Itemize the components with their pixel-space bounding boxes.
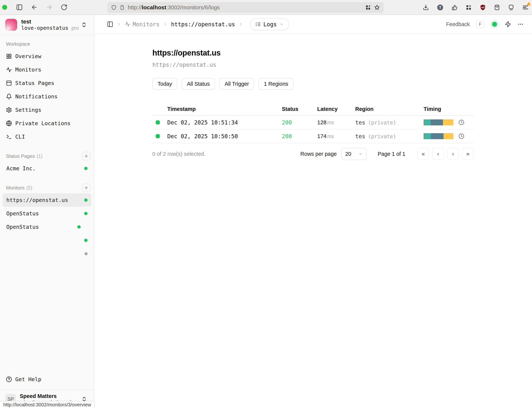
- grid-icon: [6, 53, 12, 59]
- cell-status: 200: [282, 119, 317, 126]
- chevron-right-icon: [117, 22, 121, 27]
- cell-timing: [424, 119, 474, 126]
- browser-sidebar-toggle-icon[interactable]: [16, 4, 23, 11]
- cell-latency: 128ms: [317, 119, 355, 126]
- bell-icon: [6, 94, 12, 100]
- row-status-indicator: [156, 120, 160, 124]
- workspace-section-label: Workspace: [6, 40, 91, 48]
- reload-icon[interactable]: [61, 4, 68, 11]
- cell-timestamp: Dec 02, 2025 10:50:50: [167, 133, 282, 140]
- chevron-down-icon: [358, 152, 363, 156]
- timing-bar: [424, 119, 453, 125]
- first-page-button[interactable]: «: [417, 148, 429, 160]
- status-dot: [84, 239, 88, 242]
- logs-icon: [255, 21, 261, 27]
- monitor-item-openstat-us[interactable]: https://openstat.us: [3, 193, 91, 207]
- workspace-name: test: [21, 18, 81, 25]
- menu-icon[interactable]: [522, 4, 529, 11]
- workspace-slug: love-openstatus pro: [21, 25, 81, 31]
- col-status: Status: [282, 106, 317, 112]
- filter-date[interactable]: Today: [152, 78, 177, 90]
- chevron-right-icon: [238, 22, 243, 27]
- status-page-item-acme[interactable]: Acme Inc.: [3, 162, 91, 175]
- shield-icon[interactable]: [111, 5, 117, 10]
- split-view-icon[interactable]: [365, 4, 371, 10]
- col-latency: Latency: [317, 106, 355, 112]
- breadcrumb-monitors[interactable]: Monitors: [125, 21, 160, 28]
- forward-icon[interactable]: [46, 4, 52, 11]
- monitor-item-unnamed-2[interactable]: [3, 247, 91, 260]
- container-icon[interactable]: [494, 4, 500, 11]
- zap-icon[interactable]: [505, 21, 511, 27]
- status-dot: [84, 252, 88, 255]
- chevron-right-icon: [163, 22, 168, 27]
- get-help-link[interactable]: Get Help: [0, 374, 94, 384]
- status-dot: [84, 198, 88, 202]
- sidebar-item-private-locations[interactable]: Private Locations: [0, 117, 94, 130]
- download-icon[interactable]: [422, 4, 429, 11]
- system-status-dot[interactable]: [492, 22, 497, 27]
- sidebar-item-monitors[interactable]: Monitors: [0, 63, 94, 76]
- view-selector-logs[interactable]: Logs: [250, 18, 289, 30]
- sidebar-item-overview[interactable]: Overview: [0, 50, 94, 63]
- thumb-extension-icon[interactable]: [451, 4, 458, 11]
- status-dot: [84, 167, 88, 170]
- add-status-page-button[interactable]: [82, 152, 91, 160]
- breadcrumb-monitor-name[interactable]: https://openstat.us: [171, 21, 235, 28]
- panel-left-icon[interactable]: [107, 21, 113, 27]
- table-row[interactable]: Dec 02, 2025 10:51:34 200 128ms tes(priv…: [152, 116, 474, 129]
- more-options-icon[interactable]: [517, 21, 524, 27]
- bookmark-star-icon[interactable]: [374, 4, 380, 10]
- grid-add-extension-icon[interactable]: [465, 4, 472, 11]
- pagination-bar: 0 of 2 row(s) selected. Rows per page 20…: [152, 148, 474, 160]
- cell-latency: 174ms: [317, 133, 355, 139]
- traffic-light-green[interactable]: [2, 5, 7, 10]
- last-page-button[interactable]: »: [462, 148, 474, 160]
- rows-per-page-select[interactable]: 20: [341, 148, 367, 160]
- sidebar-item-cli[interactable]: CLI: [0, 130, 94, 144]
- monitor-item-unnamed-1[interactable]: [3, 234, 91, 247]
- back-icon[interactable]: [31, 4, 38, 11]
- address-bar[interactable]: http://localhost:3002/monitors/6/logs: [107, 2, 384, 13]
- globe-icon: [6, 120, 12, 126]
- filter-status[interactable]: All Status: [182, 78, 215, 90]
- row-status-indicator: [156, 134, 160, 138]
- user-name: Speed Matters: [20, 393, 77, 399]
- profile-avatar-icon[interactable]: T: [437, 4, 444, 11]
- filter-trigger[interactable]: All Trigger: [220, 78, 254, 90]
- table-row[interactable]: Dec 02, 2025 10:50:50 200 174ms tes(priv…: [152, 129, 474, 143]
- cell-region: tes(private): [355, 133, 424, 140]
- cell-timing: [424, 133, 474, 139]
- status-dot: [77, 225, 81, 229]
- sidebar: test love-openstatus pro Workspace Overv…: [0, 15, 94, 408]
- cell-region: tes(private): [355, 119, 424, 126]
- monitor-item-openstatus-2[interactable]: OpenStatus: [3, 220, 91, 234]
- monitor-item-openstatus-1[interactable]: OpenStatus: [3, 207, 91, 220]
- device-icon[interactable]: [508, 4, 515, 11]
- page-title: https://openstat.us: [152, 48, 474, 57]
- page-info-text: Page 1 of 1: [378, 151, 405, 157]
- svg-text:T: T: [439, 5, 441, 9]
- next-page-button[interactable]: ›: [447, 148, 459, 160]
- sidebar-item-status-pages[interactable]: Status Pages: [0, 76, 94, 90]
- workspace-plan-badge: pro: [72, 25, 79, 31]
- status-pages-section-header: Status Pages(1): [6, 153, 91, 160]
- chevrons-up-down-icon: [81, 22, 87, 28]
- clock-icon: [458, 133, 464, 139]
- col-timestamp: Timestamp: [167, 106, 282, 112]
- feedback-button[interactable]: Feedback: [446, 21, 470, 27]
- sidebar-item-notifications[interactable]: Notifications: [0, 90, 94, 103]
- main-panel: Monitors https://openstat.us Logs Feedba…: [94, 15, 532, 408]
- logs-table: Timestamp Status Latency Region Timing D…: [152, 103, 474, 143]
- url-text[interactable]: http://localhost:3002/monitors/6/logs: [128, 4, 362, 11]
- table-header-row: Timestamp Status Latency Region Timing: [152, 103, 474, 116]
- sidebar-item-settings[interactable]: Settings: [0, 103, 94, 117]
- gear-icon: [6, 107, 12, 113]
- workspace-switcher[interactable]: test love-openstatus pro: [0, 15, 94, 35]
- add-monitor-button[interactable]: [82, 184, 91, 192]
- chevron-down-icon: [279, 22, 284, 26]
- menu-alert-badge: [527, 1, 531, 6]
- ublock-shield-icon[interactable]: uO: [480, 4, 486, 11]
- filter-regions[interactable]: 1 Regions: [259, 78, 293, 90]
- previous-page-button[interactable]: ‹: [432, 148, 444, 160]
